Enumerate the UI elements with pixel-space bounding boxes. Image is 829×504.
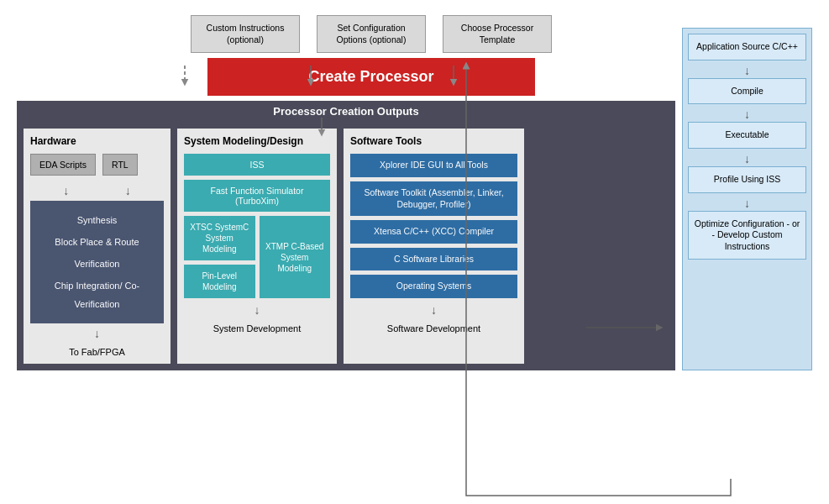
set-config-box: Set Configuration Options (optional) xyxy=(317,15,426,53)
block-place-label: Block Place & Route xyxy=(39,231,155,253)
hw-arrow-2: ↓ xyxy=(101,184,156,197)
iss-box: ISS xyxy=(184,154,330,176)
system-bottom: System Development xyxy=(184,323,330,333)
verification-label: Verification xyxy=(39,253,155,275)
custom-instructions-label: Custom Instructions (optional) xyxy=(207,23,285,45)
c-libraries-box: C Software Libraries xyxy=(350,248,517,271)
top-area: Custom Instructions (optional) Set Confi… xyxy=(17,15,812,370)
right-arrow-1: ↓ xyxy=(688,64,806,77)
eda-box: EDA Scripts xyxy=(30,154,96,176)
custom-instructions-box: Custom Instructions (optional) xyxy=(191,15,300,53)
os-box: Operating Systems xyxy=(350,275,517,298)
choose-template-label: Choose Processor Template xyxy=(461,23,533,45)
xtmp-col: XTMP C-Based System Modeling xyxy=(260,216,331,298)
optimize-box: Optimize Configuration - or - Develop Cu… xyxy=(688,211,806,260)
hw-arrows: ↓ ↓ xyxy=(30,184,164,197)
right-arrow-2: ↓ xyxy=(688,108,806,121)
system-down-arrow: ↓ xyxy=(184,303,330,317)
hardware-title: Hardware xyxy=(30,135,164,147)
rtl-box: RTL xyxy=(102,154,138,176)
create-processor-button[interactable]: Create Processor xyxy=(207,58,535,96)
top-left-area: Custom Instructions (optional) Set Confi… xyxy=(17,15,675,370)
set-config-label: Set Configuration Options (optional) xyxy=(337,23,407,45)
xplorer-box: Xplorer IDE GUI to All Tools xyxy=(350,154,517,177)
synthesis-label: Synthesis xyxy=(39,209,155,231)
top-boxes-row: Custom Instructions (optional) Set Confi… xyxy=(17,15,675,53)
right-arrow-4: ↓ xyxy=(688,197,806,210)
diagram-container: Custom Instructions (optional) Set Confi… xyxy=(0,0,829,504)
outputs-columns: Hardware EDA Scripts RTL ↓ ↓ S xyxy=(17,122,675,370)
eda-rtl-row: EDA Scripts RTL xyxy=(30,154,164,176)
compile-box: Compile xyxy=(688,78,806,105)
right-arrow-3: ↓ xyxy=(688,152,806,165)
hardware-column: Hardware EDA Scripts RTL ↓ ↓ S xyxy=(24,129,171,364)
toolkit-box: Software Toolkit (Assembler, Linker, Deb… xyxy=(350,181,517,216)
hardware-bottom: To Fab/FPGA xyxy=(30,347,164,357)
system-modeling-title: System Modeling/Design xyxy=(184,135,330,147)
app-source-box: Application Source C/C++ xyxy=(688,34,806,60)
outputs-section: Processor Creation Outputs Hardware EDA … xyxy=(17,101,675,370)
page-wrapper: Custom Instructions (optional) Set Confi… xyxy=(8,8,821,377)
outputs-title: Processor Creation Outputs xyxy=(17,101,675,122)
system-bottom-row: XTSC SystemC System Modeling Pin-Level M… xyxy=(184,216,330,298)
software-bottom: Software Development xyxy=(350,323,517,333)
xtsc-box: XTSC SystemC System Modeling xyxy=(184,216,255,260)
software-tools-title: Software Tools xyxy=(350,135,517,147)
right-panel: Application Source C/C++ ↓ Compile ↓ Exe… xyxy=(682,28,812,370)
create-processor-row: Create Processor xyxy=(17,58,675,96)
choose-template-box: Choose Processor Template xyxy=(443,15,552,53)
xtmp-box: XTMP C-Based System Modeling xyxy=(260,216,331,298)
compiler-box: Xtensa C/C++ (XCC) Compiler xyxy=(350,220,517,244)
hw-arrow-1: ↓ xyxy=(39,184,94,197)
system-modeling-column: System Modeling/Design ISS Fast Function… xyxy=(177,129,337,364)
software-down-arrow: ↓ xyxy=(350,303,517,317)
software-tools-column: Software Tools Xplorer IDE GUI to All To… xyxy=(344,129,524,364)
chip-integration-label: Chip Integration/ Co-Verification xyxy=(39,275,155,315)
executable-box: Executable xyxy=(688,122,806,149)
profile-iss-box: Profile Using ISS xyxy=(688,166,806,193)
pin-level-box: Pin-Level Modeling xyxy=(184,265,255,298)
xtsc-pin-col: XTSC SystemC System Modeling Pin-Level M… xyxy=(184,216,255,298)
fast-function-box: Fast Function Simulator (TurboXim) xyxy=(184,180,330,212)
hw-down-arrow: ↓ xyxy=(30,327,164,340)
hardware-main: Synthesis Block Place & Route Verificati… xyxy=(30,201,164,323)
